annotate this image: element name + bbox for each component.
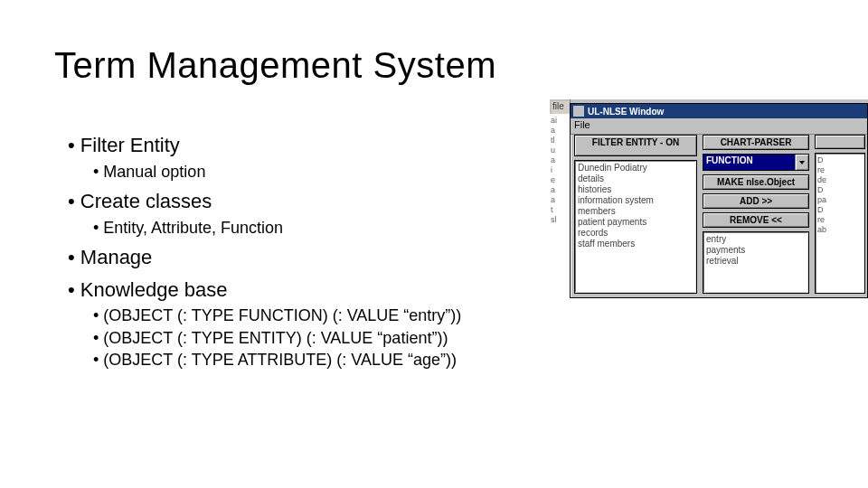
entity-listbox[interactable]: Dunedin Podiatry details histories infor… [574, 160, 697, 294]
menubar: File [571, 118, 867, 135]
chart-parser-button[interactable]: CHART-PARSER [703, 135, 809, 150]
list-item[interactable]: members [578, 206, 693, 217]
remove-button[interactable]: REMOVE << [703, 212, 809, 228]
filter-entity-button[interactable]: FILTER ENTITY - ON [574, 135, 697, 156]
function-listbox[interactable]: entry payments retrieval [703, 231, 809, 294]
combobox-selected-value: FUNCTION [703, 155, 795, 170]
background-window-body: aia tlu a i e aa t sl [550, 114, 570, 298]
bullet-manage: Manage [68, 244, 461, 271]
list-item[interactable]: retrieval [706, 256, 806, 267]
ul-nlse-window: UL-NLSE Window File FILTER ENTITY - ON D… [570, 103, 868, 298]
window-title-text: UL-NLSE Window [588, 107, 664, 117]
system-icon [573, 106, 584, 117]
list-item[interactable]: Dunedin Podiatry [578, 163, 693, 174]
bullet-kb-line-3: (OBJECT (: TYPE ATTRIBUTE) (: VALUE “age… [93, 349, 461, 371]
background-window-fragment: file aia tlu a i e aa t sl [550, 99, 571, 298]
list-item[interactable]: histories [578, 184, 693, 195]
menu-file[interactable]: File [574, 119, 590, 130]
list-item[interactable]: information system [578, 195, 693, 206]
bullet-manual-option: Manual option [93, 161, 461, 183]
window-titlebar[interactable]: UL-NLSE Window [571, 104, 867, 118]
list-item[interactable]: details [578, 174, 693, 184]
bullet-create-classes: Create classes [68, 188, 461, 215]
right-panel-fragment: Dre de Dpa D reab [815, 135, 865, 294]
class-type-combobox[interactable]: FUNCTION [703, 154, 809, 171]
slide-title: Term Management System [54, 45, 496, 86]
make-object-button[interactable]: MAKE nlse.Object [703, 174, 809, 190]
truncated-text-panel: Dre de Dpa D reab [815, 153, 865, 294]
list-item[interactable]: entry [706, 234, 806, 245]
list-item[interactable]: staff members [578, 239, 693, 249]
bullet-kb-line-1: (OBJECT (: TYPE FUNCTION) (: VALUE “entr… [93, 305, 461, 326]
chevron-down-icon[interactable] [795, 155, 808, 170]
app-screenshot: file aia tlu a i e aa t sl UL-NLSE Windo… [550, 99, 868, 298]
background-window-title: file [552, 101, 570, 114]
bullet-knowledge-base: Knowledge base [68, 277, 461, 304]
bullet-filter-entity: Filter Entity [68, 132, 461, 159]
truncated-button[interactable] [815, 135, 865, 149]
bullet-entity-attribute-function: Entity, Attribute, Function [93, 217, 461, 239]
list-item[interactable]: payments [706, 245, 806, 256]
add-button[interactable]: ADD >> [703, 193, 809, 209]
list-item[interactable]: records [578, 228, 693, 239]
list-item[interactable]: patient payments [578, 217, 693, 228]
bullet-kb-line-2: (OBJECT (: TYPE ENTITY) (: VALUE “patien… [93, 327, 461, 349]
slide-body: Filter Entity Manual option Create class… [68, 127, 461, 374]
